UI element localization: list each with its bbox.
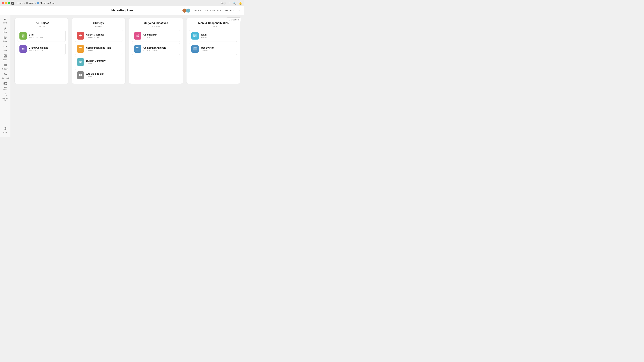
svg-rect-59 — [195, 49, 195, 49]
minimize-button[interactable] — [5, 2, 7, 4]
section-ongoing-initiatives: Ongoing Initiatives 2 boards Channel Mix… — [129, 18, 183, 84]
board-item-goals-targets[interactable]: Goals & Targets 5 boards, 5 cards — [75, 30, 123, 42]
budget-summary-info: Budget Summary 0 cards — [86, 59, 106, 64]
brand-guidelines-name: Brand Guidelines — [29, 46, 48, 49]
fullscreen-button[interactable]: ⤢ — [237, 8, 241, 12]
budget-summary-meta: 0 cards — [86, 62, 106, 64]
board-item-brief[interactable]: Brief 1 board, 14 cards — [17, 30, 66, 42]
svg-point-10 — [4, 46, 4, 47]
sidebar-item-line[interactable]: Line — [1, 44, 10, 53]
svg-rect-45 — [137, 49, 138, 49]
svg-point-30 — [22, 49, 23, 50]
maximize-button[interactable] — [8, 2, 10, 4]
sidebar-item-link[interactable]: Link — [1, 25, 10, 34]
export-button[interactable]: Export ▼ — [224, 8, 235, 12]
channel-mix-meta: 3 boards — [144, 36, 157, 38]
bell-icon[interactable]: 🔔 — [239, 1, 242, 5]
assets-toolkit-info: Assets & Toolkit 0 cards — [86, 72, 104, 78]
weekly-plan-name: Weekly Plan — [201, 46, 214, 49]
budget-summary-name: Budget Summary — [86, 59, 106, 62]
sidebar-item-board[interactable]: Board — [1, 53, 10, 62]
section-strategy: Strategy 4 boards Goals & Targets 5 boar… — [72, 18, 126, 84]
section-count-strategy: 4 boards — [75, 25, 123, 28]
help-icon[interactable]: ? — [228, 2, 230, 5]
sidebar-item-note[interactable]: Note — [1, 16, 10, 25]
svg-rect-4 — [4, 37, 4, 38]
svg-rect-54 — [193, 34, 194, 37]
svg-rect-42 — [137, 47, 138, 48]
monitor-icon[interactable]: 🖥3 — [220, 2, 226, 5]
todo-label: To-do — [3, 40, 7, 42]
close-button[interactable] — [2, 2, 4, 4]
work-icon — [26, 2, 28, 4]
svg-rect-60 — [196, 49, 196, 49]
channel-mix-icon — [134, 32, 142, 39]
svg-rect-46 — [138, 49, 139, 49]
add-image-icon — [3, 82, 7, 86]
brief-icon — [20, 32, 27, 39]
titlebar-right: 🖥3 ? 🔍 🔔 — [220, 1, 242, 5]
sidebar-item-upload-file[interactable]: Upload file — [1, 92, 10, 102]
section-count-team-responsibilities: 2 boards — [189, 25, 238, 28]
board-icon — [3, 54, 7, 58]
section-title-the-project: The Project — [17, 22, 66, 25]
section-count-the-project: 2 boards — [17, 25, 66, 28]
unsorted-button[interactable]: 0 Unsorted — [226, 17, 241, 22]
svg-rect-36 — [80, 49, 81, 49]
section-the-project: The Project 2 boards Brief 1 board, 14 c… — [14, 18, 68, 84]
board-item-weekly-plan[interactable]: 18 Weekly Plan 12 cards — [189, 43, 238, 55]
main-layout: Note Link To-do Line Board — [0, 15, 244, 137]
secret-link-button[interactable]: Secret link: on ▼ — [204, 8, 222, 12]
titlebar: ✗ Home › Work › Marketing Plan 🖥3 ? 🔍 🔔 — [0, 0, 244, 6]
svg-rect-49 — [138, 50, 139, 50]
trash-icon — [3, 127, 7, 131]
upload-icon — [3, 93, 7, 97]
sidebar-item-column[interactable]: Column — [1, 62, 10, 71]
sidebar-item-add-image[interactable]: Add image — [1, 81, 10, 91]
column-label: Column — [2, 68, 8, 70]
content-area: 0 Unsorted The Project 2 boards Brief 1 … — [10, 15, 244, 137]
board-item-assets-toolkit[interactable]: Assets & Toolkit 0 cards — [75, 69, 123, 81]
weekly-plan-meta: 12 cards — [201, 49, 214, 51]
team-info: Team 8 cards — [201, 33, 207, 38]
todo-icon — [3, 36, 7, 40]
board-item-brand-guidelines[interactable]: Brand Guidelines 4 boards, 3 cards — [17, 43, 66, 55]
comment-label: Comment — [2, 77, 9, 79]
breadcrumb-home[interactable]: Home — [18, 2, 23, 4]
svg-rect-48 — [137, 50, 138, 50]
svg-rect-14 — [5, 56, 6, 57]
app-icon: ✗ — [12, 2, 14, 5]
link-icon — [3, 26, 7, 31]
channel-mix-info: Channel Mix 3 boards — [144, 33, 157, 38]
goals-targets-meta: 5 boards, 5 cards — [86, 36, 104, 38]
breadcrumb-marketing-plan[interactable]: Marketing Plan — [37, 2, 54, 4]
svg-rect-27 — [22, 36, 23, 36]
traffic-lights — [2, 2, 10, 4]
note-icon — [3, 17, 7, 21]
sidebar-item-comment[interactable]: Comment — [1, 71, 10, 80]
brand-guidelines-info: Brand Guidelines 4 boards, 3 cards — [29, 46, 48, 51]
svg-rect-51 — [194, 35, 196, 35]
breadcrumb-work[interactable]: Work — [26, 2, 34, 4]
svg-rect-35 — [79, 49, 80, 49]
search-icon[interactable]: 🔍 — [233, 1, 236, 5]
svg-rect-26 — [22, 35, 24, 36]
svg-point-31 — [23, 49, 24, 50]
avatar-2 — [186, 8, 190, 13]
board-item-communications-plan[interactable]: Communications Plan 3 boards — [75, 43, 123, 55]
sidebar-item-trash[interactable]: Trash — [1, 126, 10, 135]
svg-rect-37 — [79, 50, 80, 50]
competitor-analysis-icon — [134, 45, 142, 53]
board-item-channel-mix[interactable]: Channel Mix 3 boards — [132, 30, 180, 42]
svg-rect-32 — [79, 47, 80, 48]
board-item-competitor-analysis[interactable]: Competitor Analysis 8 boards, 2 cards — [132, 43, 180, 55]
team-button[interactable]: Team ▼ — [192, 8, 202, 12]
board-item-team[interactable]: Team 8 cards — [189, 30, 238, 42]
marketing-plan-icon — [37, 2, 39, 4]
goals-targets-info: Goals & Targets 5 boards, 5 cards — [86, 33, 104, 38]
svg-rect-16 — [4, 64, 4, 66]
brief-meta: 1 board, 14 cards — [29, 36, 43, 38]
board-item-budget-summary[interactable]: Budget Summary 0 cards — [75, 56, 123, 68]
svg-rect-39 — [79, 61, 82, 63]
sidebar-item-todo[interactable]: To-do — [1, 34, 10, 43]
